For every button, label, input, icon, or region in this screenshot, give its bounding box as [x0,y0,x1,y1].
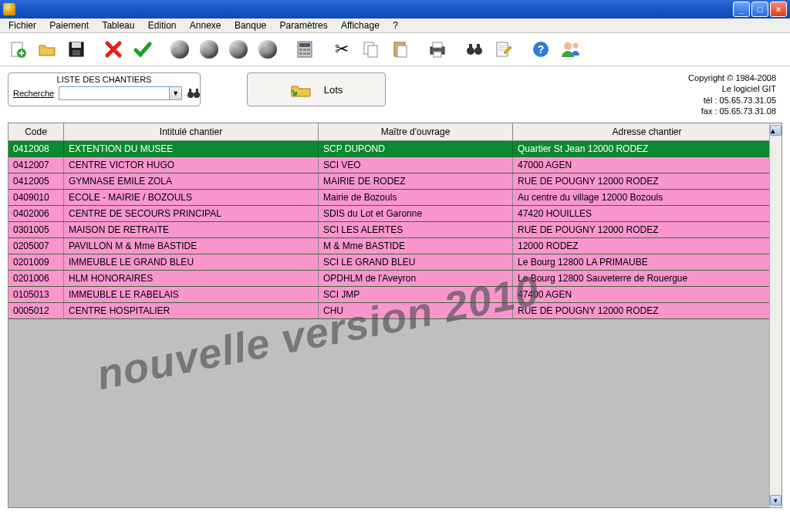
table-row[interactable]: 0201009IMMEUBLE LE GRAND BLEUSCI LE GRAN… [8,254,782,271]
table-row[interactable]: 0005012CENTRE HOSPITALIERCHURUE DE POUGN… [8,303,782,319]
menu-parametres[interactable]: Paramètres [275,19,333,32]
svg-rect-10 [299,52,302,55]
sphere2-button[interactable] [196,36,222,62]
sphere3-button[interactable] [225,36,252,62]
minimize-button[interactable]: _ [733,2,750,17]
table-row[interactable]: 0201006HLM HONORAIRESOPDHLM de l'Aveyron… [8,271,782,287]
svg-point-30 [194,92,200,98]
new-button[interactable] [5,36,31,62]
table-row[interactable]: 0412007CENTRE VICTOR HUGOSCI VEO 47000 A… [8,157,782,173]
edit-note-icon [495,40,513,59]
search-panel: LISTE DES CHANTIERS Recherche ▼ [8,72,201,106]
table-row[interactable]: 0301005MAISON DE RETRAITESCI LES ALERTES… [8,222,782,238]
svg-rect-24 [497,42,508,56]
cell-adresse: RUE DE POUGNY 12000 RODEZ [513,173,782,189]
cell-intitule: MAISON DE RETRAITE [64,222,319,237]
svg-point-27 [564,42,572,50]
table-row[interactable]: 0409010ECOLE - MAIRIE / BOZOULSMairie de… [8,190,782,206]
svg-rect-19 [434,52,441,57]
search-combo[interactable]: ▼ [59,86,182,100]
svg-rect-32 [196,89,198,93]
col-header-intitule[interactable]: Intitulé chantier [64,123,319,140]
sphere4-button[interactable] [255,36,281,62]
col-header-maitre[interactable]: Maître d'ouvrage [319,123,513,140]
svg-rect-14 [368,45,377,57]
cell-adresse: 47400 AGEN [513,287,782,302]
cell-intitule: HLM HONORAIRES [64,271,319,286]
col-header-code[interactable]: Code [8,123,64,140]
menu-fichier[interactable]: Fichier [3,19,42,32]
svg-rect-31 [189,89,191,93]
check-icon [133,40,152,59]
validate-button[interactable] [130,36,156,62]
cell-adresse: Au centre du village 12000 Bozouls [513,190,782,205]
paste-button[interactable] [387,36,414,62]
menu-affichage[interactable]: Affichage [336,19,385,32]
find-button[interactable] [461,36,488,62]
svg-rect-18 [433,42,442,48]
cell-adresse: RUE DE POUGNY 12000 RODEZ [513,222,782,237]
cell-maitre: SCI LE GRAND BLEU [319,254,513,270]
menu-help[interactable]: ? [387,19,403,32]
cell-intitule: GYMNASE EMILE ZOLA [64,173,319,189]
svg-rect-7 [299,49,302,51]
help-button[interactable]: ? [528,36,554,62]
header-panel: LISTE DES CHANTIERS Recherche ▼ Lots Cop… [0,66,790,123]
chevron-down-icon[interactable]: ▼ [170,86,182,100]
delete-button[interactable] [100,36,127,62]
print-button[interactable] [424,36,451,62]
cell-code: 0201006 [8,271,64,286]
close-button[interactable]: × [770,2,787,17]
cell-maitre: M & Mme BASTIDE [319,238,513,254]
cell-maitre: SCI VEO [319,157,513,173]
cell-code: 0409010 [8,190,64,205]
edit-button[interactable] [491,36,517,62]
cell-code: 0205007 [8,238,64,254]
table-header: Code Intitulé chantier Maître d'ouvrage … [8,123,782,141]
cell-code: 0412008 [8,141,64,157]
copyright-line: Copyright © 1984-2008 [688,72,776,83]
scroll-up-button[interactable]: ▴ [770,125,782,136]
table-row[interactable]: 0402006CENTRE DE SECOURS PRINCIPALSDIS d… [8,206,782,222]
window-controls: _ □ × [733,2,787,17]
calculator-button[interactable] [292,36,318,62]
save-disk-icon [67,40,86,59]
lots-label: Lots [324,84,343,96]
svg-text:?: ? [538,43,545,56]
open-button[interactable] [34,36,60,62]
user-support-button[interactable] [557,36,583,62]
table-row[interactable]: 0412008EXTENTION DU MUSEESCP DUPONDQuart… [8,141,782,157]
copy-button[interactable] [358,36,384,62]
lots-button[interactable]: Lots [247,72,386,106]
menu-edition[interactable]: Edition [143,19,182,32]
search-panel-title: LISTE DES CHANTIERS [13,75,195,84]
cell-maitre: SCI JMP [319,287,513,302]
copy-icon [362,40,380,59]
menu-tableau[interactable]: Tableau [96,19,140,32]
table-row[interactable]: 0412005GYMNASE EMILE ZOLAMAIRIE DE RODEZ… [8,173,782,190]
cell-adresse: RUE DE POUGNY 12000 RODEZ [513,303,782,318]
table-row[interactable]: 0205007PAVILLON M & Mme BASTIDEM & Mme B… [8,238,782,254]
sphere-icon [200,40,218,59]
main-toolbar: ✂ ? [0,33,790,66]
cut-button[interactable]: ✂ [329,36,355,62]
save-button[interactable] [63,36,89,62]
menu-banque[interactable]: Banque [229,19,272,32]
cell-maitre: SCP DUPOND [319,141,513,157]
app-icon [3,3,15,15]
cell-code: 0412007 [8,157,64,173]
search-input[interactable] [59,86,170,100]
vertical-scrollbar[interactable]: ▴ ▾ [769,123,782,507]
svg-rect-12 [307,52,310,55]
maximize-button[interactable]: □ [751,2,768,17]
delete-x-icon [104,40,123,59]
scissors-icon: ✂ [335,39,349,59]
binoculars-icon [465,42,484,57]
col-header-adresse[interactable]: Adresse chantier [513,123,782,140]
menu-paiement[interactable]: Paiement [44,19,94,32]
sphere1-button[interactable] [167,36,193,62]
menu-annexe[interactable]: Annexe [184,19,227,32]
table-row[interactable]: 0105013IMMEUBLE LE RABELAISSCI JMP 47400… [8,287,782,303]
scroll-down-button[interactable]: ▾ [770,495,782,506]
search-go-button[interactable] [187,86,201,101]
